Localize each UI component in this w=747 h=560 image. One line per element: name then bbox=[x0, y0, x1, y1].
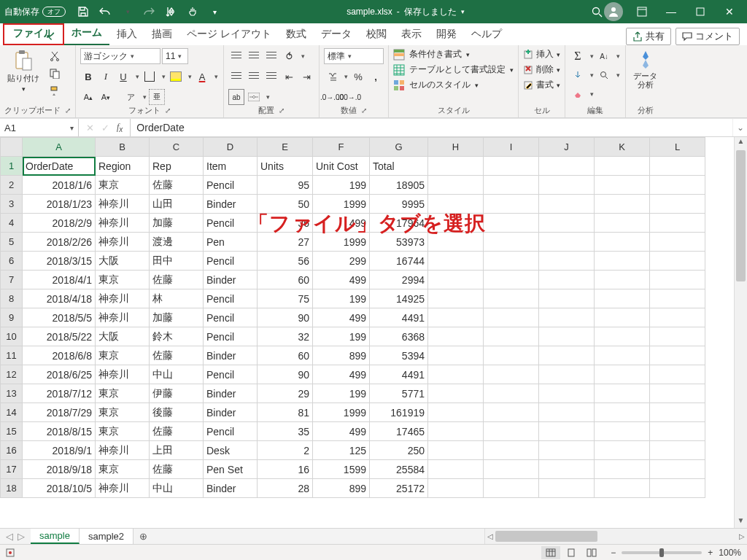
cell[interactable]: 199 bbox=[313, 327, 370, 346]
cell[interactable] bbox=[484, 252, 539, 271]
tab-data[interactable]: データ bbox=[314, 25, 359, 45]
cell[interactable] bbox=[428, 233, 484, 252]
cell[interactable]: Unit Cost bbox=[313, 157, 370, 176]
conditional-formatting-button[interactable]: 条件付き書式▾ bbox=[393, 48, 470, 61]
search-icon[interactable] bbox=[589, 4, 604, 19]
formula-bar-expand-icon[interactable]: ⌄ bbox=[732, 119, 747, 136]
cell[interactable]: 29 bbox=[258, 384, 313, 403]
ruby-field-icon[interactable]: 亜 bbox=[149, 89, 165, 105]
row-header[interactable]: 6 bbox=[1, 252, 23, 271]
row-header[interactable]: 12 bbox=[1, 365, 23, 384]
cell[interactable] bbox=[539, 403, 595, 422]
cell[interactable] bbox=[595, 441, 650, 460]
cell[interactable] bbox=[595, 460, 650, 479]
cell[interactable] bbox=[484, 289, 539, 308]
align-bottom-icon[interactable] bbox=[263, 48, 279, 64]
tab-file[interactable]: ファイル ↖ bbox=[3, 23, 64, 45]
merge-dropdown-icon[interactable] bbox=[263, 89, 271, 105]
cell[interactable] bbox=[484, 308, 539, 327]
cell[interactable]: 9995 bbox=[370, 195, 428, 214]
cell[interactable] bbox=[595, 214, 650, 233]
cell[interactable] bbox=[650, 271, 705, 289]
sort-icon[interactable] bbox=[163, 4, 178, 19]
cell[interactable] bbox=[650, 384, 705, 403]
cell[interactable] bbox=[650, 441, 705, 460]
cell[interactable]: 東京 bbox=[96, 460, 150, 479]
cell[interactable]: 神奈川 bbox=[96, 233, 150, 252]
cell[interactable] bbox=[595, 289, 650, 308]
cell[interactable] bbox=[484, 214, 539, 233]
cell[interactable]: 東京 bbox=[96, 422, 150, 441]
cell[interactable]: 神奈川 bbox=[96, 195, 150, 214]
cell[interactable]: 中山 bbox=[150, 479, 204, 498]
tab-insert[interactable]: 挿入 bbox=[109, 25, 144, 45]
cell[interactable] bbox=[650, 157, 705, 176]
cell[interactable]: 60 bbox=[258, 271, 313, 289]
cell[interactable]: 199 bbox=[313, 176, 370, 195]
cell[interactable]: 神奈川 bbox=[96, 308, 150, 327]
cell[interactable]: 神奈川 bbox=[96, 365, 150, 384]
number-format-combo[interactable]: 標準▾ bbox=[324, 48, 384, 64]
cell[interactable]: 2018/9/1 bbox=[23, 441, 96, 460]
zoom-slider[interactable] bbox=[622, 551, 702, 554]
align-middle-icon[interactable] bbox=[246, 48, 262, 64]
format-cells-button[interactable]: 書式▾ bbox=[523, 79, 560, 91]
cancel-edit-icon[interactable]: ✕ bbox=[86, 122, 94, 133]
cell[interactable] bbox=[539, 233, 595, 252]
merge-center-icon[interactable] bbox=[246, 89, 262, 105]
cell[interactable] bbox=[650, 252, 705, 271]
border-icon[interactable] bbox=[142, 69, 158, 85]
cell[interactable]: 4491 bbox=[370, 365, 428, 384]
cell[interactable]: 75 bbox=[258, 289, 313, 308]
cell[interactable] bbox=[595, 157, 650, 176]
cell[interactable]: 田中 bbox=[150, 252, 204, 271]
cell[interactable] bbox=[650, 403, 705, 422]
cell[interactable]: 6368 bbox=[370, 327, 428, 346]
analyze-data-button[interactable]: データ 分析 bbox=[630, 48, 660, 90]
insert-cells-button[interactable]: 挿入▾ bbox=[523, 48, 560, 61]
cell[interactable]: 14925 bbox=[370, 289, 428, 308]
cell[interactable] bbox=[539, 479, 595, 498]
accounting-format-icon[interactable] bbox=[324, 69, 340, 85]
find-dropdown-icon[interactable] bbox=[614, 67, 621, 83]
cell[interactable]: 50 bbox=[258, 195, 313, 214]
cell[interactable] bbox=[650, 327, 705, 346]
cell[interactable]: 2018/5/5 bbox=[23, 308, 96, 327]
cell[interactable]: 1999 bbox=[313, 233, 370, 252]
column-header[interactable]: G bbox=[370, 138, 428, 157]
column-header[interactable]: F bbox=[313, 138, 370, 157]
cell[interactable] bbox=[539, 441, 595, 460]
cell[interactable] bbox=[484, 384, 539, 403]
share-button[interactable]: 共有 bbox=[626, 28, 671, 45]
cell[interactable]: 5394 bbox=[370, 346, 428, 365]
row-header[interactable]: 13 bbox=[1, 384, 23, 403]
column-header[interactable]: K bbox=[595, 138, 650, 157]
column-header[interactable]: L bbox=[650, 138, 705, 157]
cell[interactable]: Binder bbox=[204, 479, 258, 498]
percent-icon[interactable]: % bbox=[350, 69, 366, 85]
fill-icon[interactable] bbox=[570, 67, 586, 83]
cell[interactable] bbox=[484, 327, 539, 346]
cell[interactable] bbox=[484, 271, 539, 289]
sheet-nav-next-icon[interactable]: ▷ bbox=[18, 531, 25, 542]
format-as-table-button[interactable]: テーブルとして書式設定▾ bbox=[393, 63, 514, 76]
autosum-icon[interactable]: Σ bbox=[570, 48, 586, 64]
cell[interactable]: 25584 bbox=[370, 460, 428, 479]
column-header[interactable]: B bbox=[96, 138, 150, 157]
cell[interactable]: Binder bbox=[204, 271, 258, 289]
cell[interactable]: 東京 bbox=[96, 403, 150, 422]
cell[interactable] bbox=[650, 214, 705, 233]
cell[interactable] bbox=[650, 308, 705, 327]
cell[interactable]: 上田 bbox=[150, 441, 204, 460]
cell[interactable] bbox=[595, 327, 650, 346]
cell[interactable] bbox=[650, 176, 705, 195]
row-header[interactable]: 17 bbox=[1, 460, 23, 479]
bold-icon[interactable]: B bbox=[80, 69, 96, 85]
cell[interactable] bbox=[539, 271, 595, 289]
qat-customize-icon[interactable]: ▾ bbox=[207, 4, 222, 19]
cell[interactable] bbox=[539, 384, 595, 403]
cell[interactable] bbox=[650, 346, 705, 365]
cell[interactable] bbox=[539, 327, 595, 346]
row-header[interactable]: 16 bbox=[1, 441, 23, 460]
cell[interactable]: 899 bbox=[313, 479, 370, 498]
